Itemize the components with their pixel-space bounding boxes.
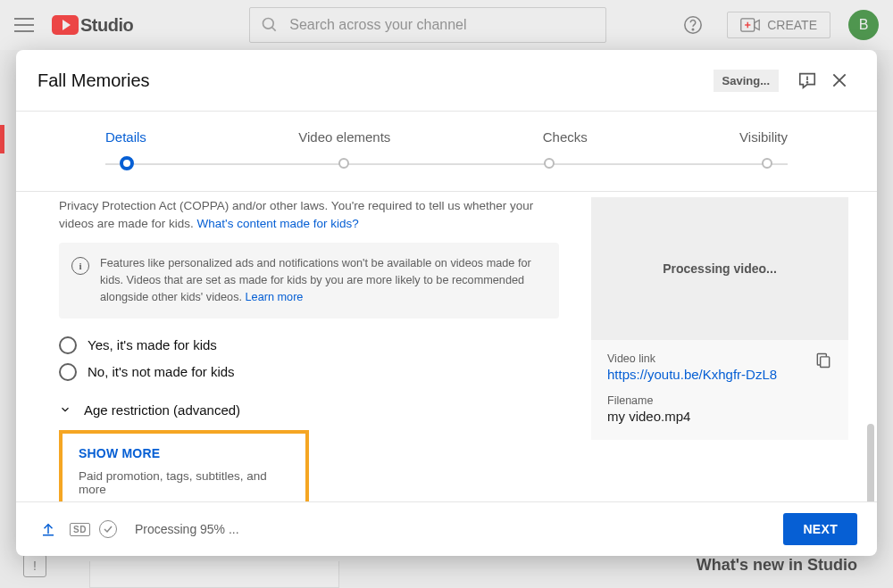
radio-made-for-kids-no[interactable]: No, it's not made for kids [59,363,559,381]
step-dot-video-elements[interactable] [338,158,349,169]
upload-details-modal: Fall Memories Saving... Details Video el… [16,50,877,556]
video-preview: Processing video... [591,197,848,340]
modal-title: Fall Memories [38,70,714,91]
step-checks[interactable]: Checks [543,129,588,145]
feedback-icon[interactable] [791,64,823,96]
filename-label: Filename [607,394,832,407]
video-link[interactable]: https://youtu.be/Kxhgfr-DzL8 [607,367,832,382]
svg-rect-11 [821,357,830,368]
step-details[interactable]: Details [105,129,146,145]
copy-icon[interactable] [814,352,832,374]
sd-badge: SD [70,523,90,536]
saving-badge: Saving... [714,70,779,92]
svg-point-8 [806,82,807,83]
step-dot-details[interactable] [120,156,134,170]
close-icon[interactable] [823,64,855,96]
kids-feature-infobox: i Features like personalized ads and not… [59,243,559,319]
preview-panel: Processing video... Video link https://y… [591,192,877,501]
radio-icon [59,336,77,354]
modal-footer: SD Processing 95% ... NEXT [16,501,877,556]
step-video-elements[interactable]: Video elements [298,129,390,145]
step-dot-visibility[interactable] [762,158,772,169]
show-more-description: Paid promotion, tags, subtitles, and mor… [79,469,289,496]
next-button[interactable]: NEXT [783,513,857,545]
video-info-panel: Video link https://youtu.be/Kxhgfr-DzL8 … [591,340,848,440]
details-form: Privacy Protection Act (COPPA) and/or ot… [16,192,591,501]
show-more-button[interactable]: SHOW MORE [79,446,289,460]
modal-header: Fall Memories Saving... [16,50,877,112]
stepper: Details Video elements Checks Visibility [16,112,877,192]
scrollbar[interactable] [867,424,874,501]
info-icon: i [71,257,89,275]
radio-icon [59,363,77,381]
learn-more-link[interactable]: Learn more [246,291,304,303]
chevron-down-icon [59,403,71,416]
coppa-help-link[interactable]: What's content made for kids? [197,217,359,230]
show-more-highlight: SHOW MORE Paid promotion, tags, subtitle… [59,430,309,501]
video-link-label: Video link [607,352,832,365]
radio-made-for-kids-yes[interactable]: Yes, it's made for kids [59,336,559,354]
filename-value: my video.mp4 [607,409,832,424]
processing-status: Processing 95% ... [135,522,239,536]
modal-body: Privacy Protection Act (COPPA) and/or ot… [16,192,877,501]
upload-icon [36,517,61,542]
feature-box-text: Features like personalized ads and notif… [100,255,547,306]
step-dot-checks[interactable] [544,158,555,169]
step-visibility[interactable]: Visibility [739,129,788,145]
age-restriction-toggle[interactable]: Age restriction (advanced) [59,402,559,418]
coppa-description: Privacy Protection Act (COPPA) and/or ot… [59,197,559,234]
check-circle-icon [99,520,117,538]
